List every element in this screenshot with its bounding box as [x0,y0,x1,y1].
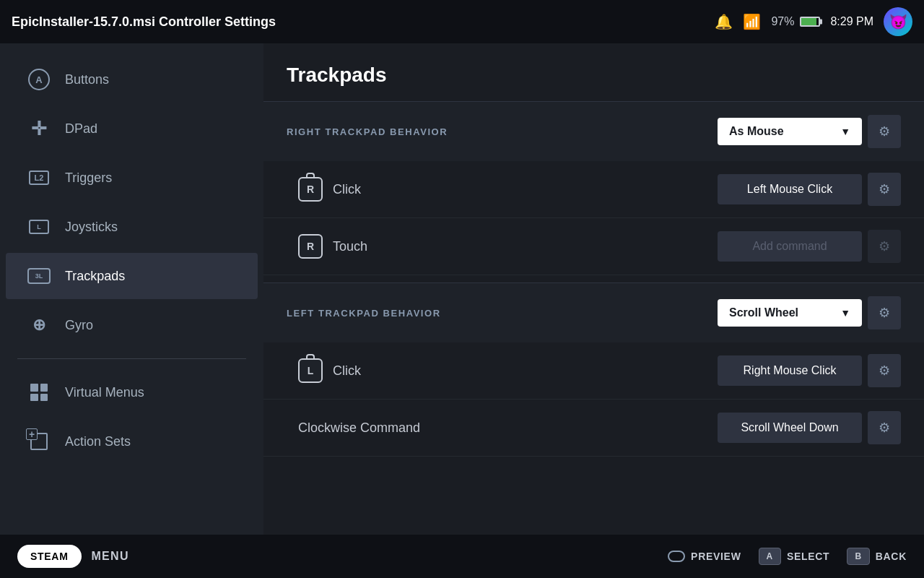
l-button-badge: L [298,358,323,383]
mapping-left: Clockwise Command [298,420,420,436]
mapping-left: L Click [298,358,361,383]
hat-indicator [306,354,315,359]
back-action: B BACK [847,548,907,565]
right-click-settings-button[interactable]: ⚙ [868,173,901,206]
sidebar-item-label: DPad [65,121,97,137]
sidebar-item-label: Trackpads [65,269,125,284]
avatar: 😈 [884,7,912,36]
left-click-command-button[interactable]: Right Mouse Click [718,355,862,386]
preview-action: PREVIEW [668,551,741,562]
right-trackpad-label: RIGHT TRACKPAD BEHAVIOR [287,126,448,137]
right-touch-command-button[interactable]: Add command [718,231,862,262]
clockwise-command-button[interactable]: Scroll Wheel Down [718,413,862,443]
hat-indicator [306,173,315,178]
right-trackpad-value: As Mouse [729,125,784,138]
battery-bar [800,17,820,27]
left-trackpad-dropdown[interactable]: Scroll Wheel ▼ [718,299,862,327]
r-button-badge: R [298,177,323,202]
sidebar-divider [17,358,246,359]
left-trackpad-value: Scroll Wheel [729,306,798,319]
bottom-actions: PREVIEW A SELECT B BACK [668,548,907,565]
right-click-label: Click [333,182,361,197]
gyro-icon: ⊕ [26,312,52,338]
content-area: Trackpads RIGHT TRACKPAD BEHAVIOR As Mou… [263,43,924,535]
mapping-right: Right Mouse Click ⚙ [718,354,901,387]
sidebar-item-gyro[interactable]: ⊕ Gyro [6,302,258,348]
bottom-left: STEAM MENU [17,545,129,568]
sidebar-item-label: Action Sets [65,434,131,449]
right-trackpad-control: As Mouse ▼ ⚙ [718,115,901,148]
select-action: A SELECT [759,548,830,565]
mapping-right: Add command ⚙ [718,230,901,263]
menu-label: MENU [92,550,129,563]
joysticks-icon: L [26,214,52,240]
top-bar: EpicInstaller-15.7.0.msi Controller Sett… [0,0,924,43]
left-trackpad-section: LEFT TRACKPAD BEHAVIOR Scroll Wheel ▼ ⚙ [263,282,924,457]
sidebar-item-label: Buttons [65,72,109,87]
right-click-row: R Click Left Mouse Click ⚙ [263,161,924,218]
clockwise-row: Clockwise Command Scroll Wheel Down ⚙ [263,400,924,457]
page-title: Trackpads [287,64,901,87]
a-badge: A [759,548,781,565]
sidebar-item-joysticks[interactable]: L Joysticks [6,204,258,250]
content-header: Trackpads [263,43,924,101]
battery-indicator: 97% [771,15,820,28]
bell-icon: 🔔 [715,13,733,30]
sidebar: A Buttons ✛ DPad L2 Triggers L Joysticks [0,43,263,535]
right-trackpad-dropdown[interactable]: As Mouse ▼ [718,118,862,145]
steam-button[interactable]: STEAM [17,545,82,568]
right-trackpad-rows: R Click Left Mouse Click ⚙ R Touch [263,161,924,275]
preview-icon [668,551,685,562]
left-trackpad-rows: L Click Right Mouse Click ⚙ Clockwise Co… [263,342,924,457]
select-label: SELECT [787,551,829,562]
sidebar-item-action-sets[interactable]: Action Sets [6,418,258,465]
clockwise-label: Clockwise Command [298,420,420,436]
trackpads-icon: 3L [26,263,52,289]
clockwise-settings-button[interactable]: ⚙ [868,411,901,444]
triggers-icon: L2 [26,165,52,191]
left-trackpad-control: Scroll Wheel ▼ ⚙ [718,296,901,329]
sidebar-item-label: Virtual Menus [65,385,144,400]
preview-label: PREVIEW [691,551,741,562]
right-trackpad-header: RIGHT TRACKPAD BEHAVIOR As Mouse ▼ ⚙ [263,102,924,161]
left-click-settings-button[interactable]: ⚙ [868,354,901,387]
virtual-menus-icon [26,379,52,405]
left-click-row: L Click Right Mouse Click ⚙ [263,342,924,400]
buttons-icon: A [26,66,52,92]
bottom-bar: STEAM MENU PREVIEW A SELECT B BACK [0,535,924,578]
sidebar-item-dpad[interactable]: ✛ DPad [6,105,258,152]
right-trackpad-settings-button[interactable]: ⚙ [868,115,901,148]
mapping-right: Left Mouse Click ⚙ [718,173,901,206]
wifi-icon: 📶 [743,13,761,30]
right-trackpad-section: RIGHT TRACKPAD BEHAVIOR As Mouse ▼ ⚙ R [263,101,924,275]
back-label: BACK [876,551,907,562]
sidebar-item-buttons[interactable]: A Buttons [6,56,258,103]
dpad-icon: ✛ [26,116,52,142]
left-click-label: Click [333,363,361,379]
right-touch-label: Touch [333,239,367,254]
chevron-down-icon: ▼ [840,126,850,137]
sidebar-item-virtual-menus[interactable]: Virtual Menus [6,369,258,415]
sidebar-item-label: Joysticks [65,220,118,235]
action-sets-icon [26,428,52,454]
left-trackpad-settings-button[interactable]: ⚙ [868,296,901,329]
sidebar-item-label: Gyro [65,318,93,333]
window-title: EpicInstaller-15.7.0.msi Controller Sett… [12,14,276,30]
chevron-down-icon: ▼ [840,307,850,319]
right-touch-row: R Touch Add command ⚙ [263,218,924,275]
clock: 8:29 PM [830,15,873,28]
left-trackpad-header: LEFT TRACKPAD BEHAVIOR Scroll Wheel ▼ ⚙ [263,283,924,342]
sidebar-item-label: Triggers [65,171,112,186]
mapping-left: R Click [298,177,361,202]
battery-percent: 97% [771,15,794,28]
r-touch-badge: R [298,234,323,259]
top-bar-right: 🔔 📶 97% 8:29 PM 😈 [715,7,912,36]
b-badge: B [847,548,869,565]
main-layout: A Buttons ✛ DPad L2 Triggers L Joysticks [0,43,924,535]
right-click-command-button[interactable]: Left Mouse Click [718,174,862,204]
mapping-left: R Touch [298,234,367,259]
mapping-right: Scroll Wheel Down ⚙ [718,411,901,444]
sidebar-item-trackpads[interactable]: 3L Trackpads [6,253,258,299]
right-touch-settings-button[interactable]: ⚙ [868,230,901,263]
sidebar-item-triggers[interactable]: L2 Triggers [6,155,258,201]
